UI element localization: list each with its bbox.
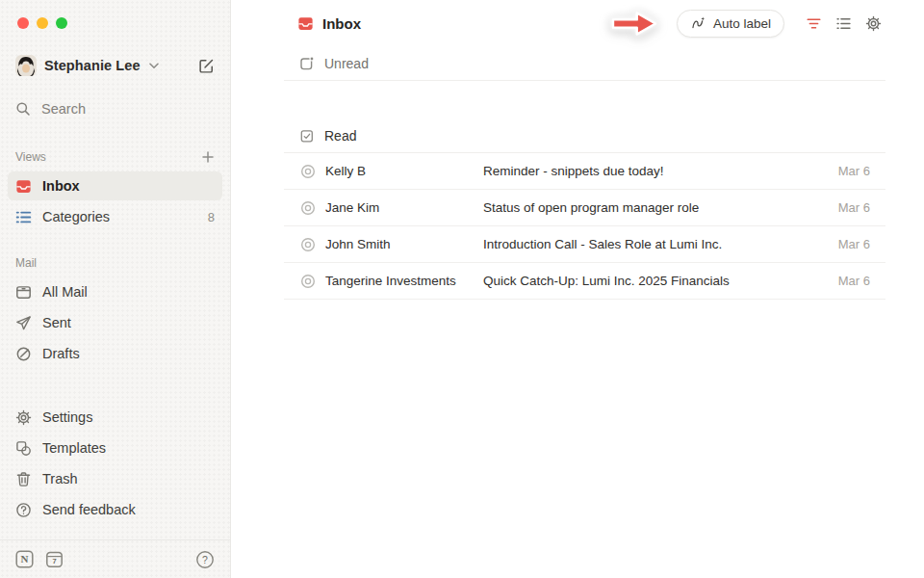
page-title: Inbox [322, 15, 361, 32]
sidebar-item-label: Categories [42, 209, 110, 224]
auto-label-icon [690, 15, 706, 31]
sidebar-item-settings[interactable]: Settings [8, 403, 222, 432]
views-section-header: Views [0, 148, 230, 166]
filter-icon[interactable] [806, 15, 822, 32]
avatar [15, 55, 37, 76]
minimize-window-button[interactable] [37, 17, 48, 29]
search-input[interactable]: Search [0, 94, 230, 123]
email-row[interactable]: John Smith Introduction Call - Sales Rol… [284, 226, 886, 263]
list-view-icon[interactable] [835, 15, 852, 32]
sidebar-item-label: Drafts [42, 346, 80, 361]
email-row[interactable]: Tangerine Investments Quick Catch-Up: Lu… [284, 263, 886, 300]
sidebar-item-label: Sent [42, 315, 71, 330]
sidebar-item-label: Settings [42, 409, 92, 425]
auto-label-button[interactable]: Auto label [677, 10, 784, 38]
group-header-read[interactable]: Read [284, 118, 886, 153]
svg-text:?: ? [202, 554, 208, 565]
group-label: Unread [324, 56, 369, 71]
search-placeholder: Search [41, 101, 86, 117]
main-panel: Inbox Auto label [231, 0, 924, 578]
all-mail-icon [15, 284, 32, 301]
group-label: Read [324, 128, 356, 144]
email-subject: Quick Catch-Up: Lumi Inc. 2025 Financial… [483, 274, 831, 288]
inbox-icon [15, 178, 32, 195]
read-status-icon [299, 236, 317, 253]
sidebar-item-label: Trash [42, 471, 78, 486]
sidebar-item-trash[interactable]: Trash [8, 464, 222, 493]
window-controls [0, 0, 230, 29]
sidebar-item-inbox[interactable]: Inbox [8, 171, 222, 200]
email-date: Mar 6 [838, 164, 870, 178]
tools-list: Settings Templates Trash [0, 397, 230, 526]
mail-list: All Mail Sent Drafts [0, 272, 230, 370]
email-date: Mar 6 [838, 237, 870, 251]
sidebar-item-send-feedback[interactable]: Send feedback [8, 495, 222, 524]
read-status-icon [299, 273, 317, 290]
question-circle-icon [15, 502, 32, 518]
app-window: { "window": { "traffic_lights": [ { "nam… [0, 0, 924, 578]
email-subject: Reminder - snippets due today! [483, 164, 831, 178]
email-sender: Kelly B [324, 164, 475, 178]
sidebar-item-label: All Mail [42, 284, 88, 300]
drafts-icon [15, 346, 32, 362]
trash-icon [15, 471, 32, 487]
search-icon [15, 101, 31, 117]
read-status-icon [299, 163, 317, 180]
sidebar-item-label: Send feedback [42, 502, 136, 517]
calendar-app-icon[interactable]: 7 [45, 550, 64, 568]
email-subject: Status of open program manager role [483, 200, 831, 215]
email-sender: Tangerine Investments [324, 274, 475, 288]
gear-icon [15, 409, 32, 426]
email-sender: Jane Kim [324, 200, 475, 215]
svg-text:7: 7 [52, 557, 56, 565]
sidebar-footer: N 7 ? [0, 539, 230, 578]
unread-icon [299, 56, 315, 71]
categories-count-badge: 8 [208, 210, 215, 224]
sidebar-item-sent[interactable]: Sent [8, 308, 222, 337]
read-checkbox-icon [299, 128, 315, 144]
help-icon[interactable]: ? [195, 550, 215, 569]
notion-app-icon[interactable]: N [15, 550, 34, 568]
email-list: Unread Read Kelly B Reminder - snippets … [284, 46, 886, 300]
read-status-icon [299, 199, 317, 217]
sidebar-item-drafts[interactable]: Drafts [8, 339, 222, 368]
email-subject: Introduction Call - Sales Role at Lumi I… [483, 237, 831, 251]
mail-section-header: Mail [0, 254, 230, 272]
group-spacer [284, 81, 886, 118]
templates-icon [15, 440, 32, 457]
compose-icon[interactable] [198, 58, 215, 74]
email-date: Mar 6 [838, 200, 870, 215]
annotation-arrow-icon [609, 8, 659, 39]
settings-gear-icon[interactable] [865, 15, 882, 32]
sidebar-item-categories[interactable]: Categories 8 [8, 202, 222, 231]
categories-icon [15, 209, 32, 225]
sidebar-item-all-mail[interactable]: All Mail [8, 277, 222, 306]
header-toolbar: Auto label [609, 8, 882, 39]
email-row[interactable]: Jane Kim Status of open program manager … [284, 190, 886, 226]
sent-icon [15, 315, 32, 331]
inbox-icon [297, 15, 314, 32]
svg-text:N: N [21, 553, 29, 565]
email-date: Mar 6 [838, 274, 870, 288]
sidebar-item-templates[interactable]: Templates [8, 434, 222, 462]
group-header-unread[interactable]: Unread [284, 46, 886, 81]
add-view-button[interactable] [201, 150, 215, 164]
close-window-button[interactable] [17, 17, 29, 29]
account-switcher[interactable]: Stephanie Lee [0, 52, 230, 79]
chevron-down-icon [149, 63, 159, 69]
user-name: Stephanie Lee [44, 58, 141, 73]
sidebar-item-label: Inbox [42, 178, 80, 194]
view-title: Inbox [297, 15, 361, 32]
email-row[interactable]: Kelly B Reminder - snippets due today! M… [284, 153, 886, 190]
main-header: Inbox Auto label [231, 0, 924, 46]
sidebar: Stephanie Lee Search Views [0, 0, 231, 578]
email-sender: John Smith [324, 237, 475, 251]
zoom-window-button[interactable] [56, 17, 67, 29]
sidebar-item-label: Templates [42, 440, 106, 456]
views-list: Inbox Categories 8 [0, 166, 230, 233]
